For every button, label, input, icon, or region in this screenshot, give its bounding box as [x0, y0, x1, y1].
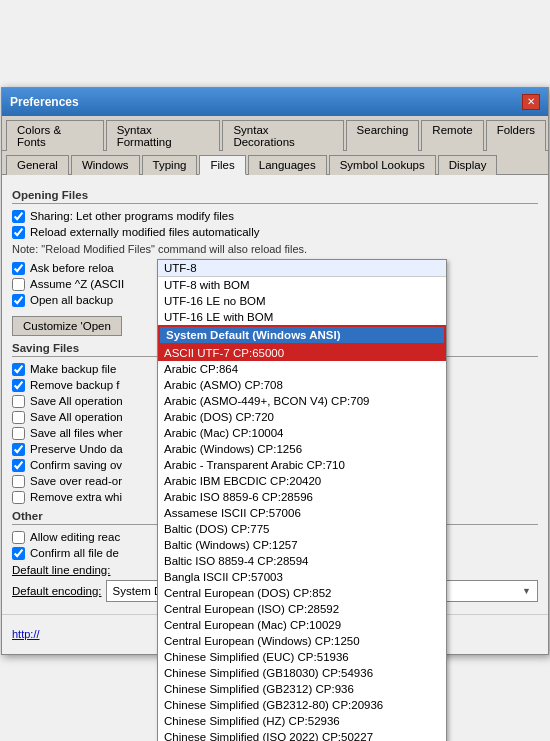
reload-checkbox[interactable] — [12, 226, 25, 239]
dropdown-arabic-ibm[interactable]: Arabic IBM EBCDIC CP:20420 — [158, 473, 446, 489]
dropdown-arabic-iso[interactable]: Arabic ISO 8859-6 CP:28596 — [158, 489, 446, 505]
dropdown-central-iso[interactable]: Central European (ISO) CP:28592 — [158, 601, 446, 617]
dropdown-central-windows[interactable]: Central European (Windows) CP:1250 — [158, 633, 446, 649]
dropdown-arabic-asmo[interactable]: Arabic (ASMO) CP:708 — [158, 377, 446, 393]
window-title: Preferences — [10, 95, 79, 109]
allow-editing-checkbox[interactable] — [12, 531, 25, 544]
ask-before-checkbox[interactable] — [12, 262, 25, 275]
sharing-checkbox-row: Sharing: Let other programs modify files — [12, 210, 538, 223]
default-encoding-label: Default encoding: — [12, 585, 102, 597]
dropdown-arabic-864[interactable]: Arabic CP:864 — [158, 361, 446, 377]
opening-files-label: Opening Files — [12, 189, 538, 204]
save-all-files-label: Save all files wher — [30, 427, 123, 439]
tab-colors-fonts[interactable]: Colors & Fonts — [6, 120, 104, 151]
confirm-file-checkbox[interactable] — [12, 547, 25, 560]
confirm-file-label: Confirm all file de — [30, 547, 119, 559]
main-content: Opening Files Sharing: Let other program… — [2, 175, 548, 614]
tab-searching[interactable]: Searching — [346, 120, 420, 151]
customize-open-button[interactable]: Customize 'Open — [12, 316, 122, 336]
tab-row-1: Colors & Fonts Syntax Formatting Syntax … — [2, 116, 548, 151]
title-bar: Preferences ✕ — [2, 88, 548, 116]
make-backup-checkbox[interactable] — [12, 363, 25, 376]
dropdown-arabic-asmo449[interactable]: Arabic (ASMO-449+, BCON V4) CP:709 — [158, 393, 446, 409]
dropdown-chinese-gb2312-80[interactable]: Chinese Simplified (GB2312-80) CP:20936 — [158, 697, 446, 713]
close-button[interactable]: ✕ — [522, 94, 540, 110]
dropdown-baltic-windows[interactable]: Baltic (Windows) CP:1257 — [158, 537, 446, 553]
tab-general[interactable]: General — [6, 155, 69, 175]
assume-label: Assume ^Z (ASCII — [30, 278, 124, 290]
dropdown-chinese-gb18030[interactable]: Chinese Simplified (GB18030) CP:54936 — [158, 665, 446, 681]
assume-checkbox[interactable] — [12, 278, 25, 291]
dropdown-bangla[interactable]: Bangla ISCII CP:57003 — [158, 569, 446, 585]
bottom-url[interactable]: http:// — [12, 628, 40, 640]
save-all-files-checkbox[interactable] — [12, 427, 25, 440]
dropdown-assamese[interactable]: Assamese ISCII CP:57006 — [158, 505, 446, 521]
make-backup-label: Make backup file — [30, 363, 116, 375]
dropdown-utf8-bom[interactable]: UTF-8 with BOM — [158, 277, 446, 293]
open-backup-label: Open all backup — [30, 294, 113, 306]
dropdown-utf16-le-no-bom[interactable]: UTF-16 LE no BOM — [158, 293, 446, 309]
tab-typing[interactable]: Typing — [142, 155, 198, 175]
dropdown-system-default-selected[interactable]: System Default (Windows ANSI) — [158, 325, 446, 345]
dropdown-ascii-utf7[interactable]: ASCII UTF-7 CP:65000 — [158, 345, 446, 361]
dropdown-central-mac[interactable]: Central European (Mac) CP:10029 — [158, 617, 446, 633]
dropdown-arabic-dos[interactable]: Arabic (DOS) CP:720 — [158, 409, 446, 425]
preserve-undo-label: Preserve Undo da — [30, 443, 123, 455]
sharing-checkbox[interactable] — [12, 210, 25, 223]
open-backup-checkbox[interactable] — [12, 294, 25, 307]
tab-files[interactable]: Files — [199, 155, 245, 175]
preserve-undo-checkbox[interactable] — [12, 443, 25, 456]
tab-languages[interactable]: Languages — [248, 155, 327, 175]
dropdown-arabic-transparent[interactable]: Arabic - Transparent Arabic CP:710 — [158, 457, 446, 473]
default-line-ending-label: Default line ending: — [12, 564, 110, 576]
dropdown-utf8[interactable]: UTF-8 — [158, 260, 446, 276]
tab-folders[interactable]: Folders — [486, 120, 546, 151]
tab-symbol-lookups[interactable]: Symbol Lookups — [329, 155, 436, 175]
save-all-op1-checkbox[interactable] — [12, 395, 25, 408]
dropdown-arrow-icon: ▼ — [522, 586, 531, 596]
sharing-label: Sharing: Let other programs modify files — [30, 210, 234, 222]
allow-editing-label: Allow editing reac — [30, 531, 120, 543]
dropdown-arabic-windows[interactable]: Arabic (Windows) CP:1256 — [158, 441, 446, 457]
window-controls: ✕ — [522, 94, 540, 110]
dropdown-baltic-dos[interactable]: Baltic (DOS) CP:775 — [158, 521, 446, 537]
dropdown-central-dos[interactable]: Central European (DOS) CP:852 — [158, 585, 446, 601]
dropdown-chinese-euc[interactable]: Chinese Simplified (EUC) CP:51936 — [158, 649, 446, 665]
tab-row-2: General Windows Typing Files Languages S… — [2, 151, 548, 175]
save-over-label: Save over read-or — [30, 475, 122, 487]
confirm-saving-label: Confirm saving ov — [30, 459, 122, 471]
save-all-op2-checkbox[interactable] — [12, 411, 25, 424]
ask-before-label: Ask before reloa — [30, 262, 114, 274]
dropdown-arabic-mac[interactable]: Arabic (Mac) CP:10004 — [158, 425, 446, 441]
reload-note: Note: "Reload Modified Files" command wi… — [12, 243, 538, 255]
remove-backup-checkbox[interactable] — [12, 379, 25, 392]
dropdown-chinese-hz[interactable]: Chinese Simplified (HZ) CP:52936 — [158, 713, 446, 729]
reload-label: Reload externally modified files automat… — [30, 226, 259, 238]
tab-display[interactable]: Display — [438, 155, 498, 175]
preferences-window: Preferences ✕ Colors & Fonts Syntax Form… — [1, 87, 549, 655]
save-all-op2-label: Save All operation — [30, 411, 123, 423]
save-all-op1-label: Save All operation — [30, 395, 123, 407]
remove-extra-checkbox[interactable] — [12, 491, 25, 504]
remove-backup-label: Remove backup f — [30, 379, 120, 391]
tab-syntax-formatting[interactable]: Syntax Formatting — [106, 120, 221, 151]
dropdown-chinese-iso2022[interactable]: Chinese Simplified (ISO 2022) CP:50227 — [158, 729, 446, 742]
confirm-saving-checkbox[interactable] — [12, 459, 25, 472]
tab-syntax-decorations[interactable]: Syntax Decorations — [222, 120, 343, 151]
dropdown-baltic-iso[interactable]: Baltic ISO 8859-4 CP:28594 — [158, 553, 446, 569]
dropdown-utf16-le-bom[interactable]: UTF-16 LE with BOM — [158, 309, 446, 325]
tab-remote[interactable]: Remote — [421, 120, 483, 151]
save-over-checkbox[interactable] — [12, 475, 25, 488]
dropdown-chinese-gb2312[interactable]: Chinese Simplified (GB2312) CP:936 — [158, 681, 446, 697]
remove-extra-label: Remove extra whi — [30, 491, 122, 503]
tab-windows[interactable]: Windows — [71, 155, 140, 175]
reload-checkbox-row: Reload externally modified files automat… — [12, 226, 538, 239]
